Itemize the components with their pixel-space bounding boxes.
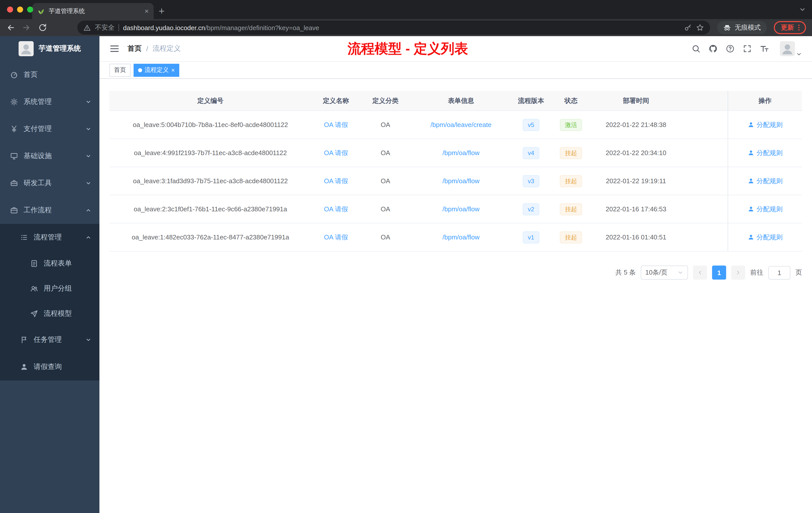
definition-id: oa_leave:4:991f2193-7b7f-11ec-a3c8-acde4… xyxy=(110,139,311,167)
browser-menu-dots-icon[interactable] xyxy=(795,24,803,32)
sidebar-item-label: 研发工具 xyxy=(24,179,52,188)
document-icon xyxy=(30,260,38,268)
list-icon xyxy=(20,233,28,241)
form-link[interactable]: /bpm/oa/flow xyxy=(442,233,479,241)
definition-table: 定义编号 定义名称 定义分类 表单信息 流程版本 状态 部署时间 操作 oa_l… xyxy=(110,91,802,251)
definition-name-link[interactable]: OA 请假 xyxy=(324,176,348,185)
tab-close-icon[interactable]: × xyxy=(145,7,149,14)
tab-search-chevron-icon[interactable] xyxy=(799,6,806,13)
sidebar-item-workflow[interactable]: 工作流程 xyxy=(0,197,99,224)
zoom-window-button[interactable] xyxy=(27,6,33,12)
font-size-icon[interactable] xyxy=(760,44,769,53)
github-icon[interactable] xyxy=(708,44,718,53)
sidebar-item-process-model[interactable]: 流程模型 xyxy=(0,301,99,326)
browser-update-button[interactable]: 更新 xyxy=(774,21,806,34)
user-icon xyxy=(748,234,754,240)
definition-name-link[interactable]: OA 请假 xyxy=(324,233,348,242)
breadcrumb-separator: / xyxy=(146,45,148,53)
password-key-icon[interactable] xyxy=(684,24,692,32)
deploy-time: 2022-01-16 17:46:53 xyxy=(591,195,680,223)
assign-rule-link[interactable]: 分配规则 xyxy=(748,148,783,157)
table-row: oa_leave:3:1fad3d93-7b75-11ec-a3c8-acde4… xyxy=(110,167,802,195)
goto-page-input[interactable] xyxy=(768,266,790,279)
question-icon[interactable] xyxy=(726,44,735,53)
minimize-window-button[interactable] xyxy=(17,6,23,12)
back-icon[interactable] xyxy=(6,23,15,32)
hamburger-icon[interactable] xyxy=(110,44,119,54)
form-link[interactable]: /bpm/oa/flow xyxy=(442,149,479,157)
goto-label: 前往 xyxy=(750,268,763,277)
security-label[interactable]: 不安全 xyxy=(95,23,115,32)
tag-home[interactable]: 首页 xyxy=(110,63,130,77)
pagination: 共 5 条 10条/页 1 前往 页 xyxy=(110,266,802,280)
sidebar-item-label: 请假查询 xyxy=(34,362,62,371)
form-link[interactable]: /bpm/oa/leave/create xyxy=(431,121,492,128)
sidebar-item-home[interactable]: 首页 xyxy=(0,61,99,88)
reload-icon[interactable] xyxy=(38,23,47,32)
fullscreen-icon[interactable] xyxy=(743,44,752,53)
page-number-button[interactable]: 1 xyxy=(712,266,726,280)
status-badge: 挂起 xyxy=(560,203,582,215)
chevron-left-icon xyxy=(697,270,703,276)
deploy-time: 2022-01-16 01:40:51 xyxy=(591,223,680,251)
sidebar-item-user-group[interactable]: 用户分组 xyxy=(0,276,99,301)
tag-label: 首页 xyxy=(114,66,126,74)
sidebar-item-process-form[interactable]: 流程表单 xyxy=(0,251,99,276)
assign-rule-link[interactable]: 分配规则 xyxy=(748,233,783,242)
col-header-category: 定义分类 xyxy=(360,91,410,111)
user-avatar[interactable] xyxy=(780,41,795,56)
sidebar-item-devtools[interactable]: 研发工具 xyxy=(0,170,99,197)
assign-rule-link[interactable]: 分配规则 xyxy=(748,176,783,185)
browser-tab[interactable]: 芋道管理系统 × xyxy=(32,3,154,19)
omnibox-divider xyxy=(118,24,119,31)
tag-close-icon[interactable]: × xyxy=(171,67,175,73)
status-badge: 挂起 xyxy=(560,231,582,243)
prev-page-button[interactable] xyxy=(693,266,707,280)
user-icon xyxy=(748,178,754,184)
chevron-down-icon xyxy=(677,270,684,276)
incognito-label: 无痕模式 xyxy=(735,23,761,32)
assign-rule-link[interactable]: 分配规则 xyxy=(748,205,783,214)
sidebar-logo[interactable]: 芋道管理系统 xyxy=(0,36,99,61)
monitor-icon xyxy=(10,152,18,160)
close-window-button[interactable] xyxy=(7,6,13,12)
status-badge: 挂起 xyxy=(560,175,582,187)
assign-rule-link[interactable]: 分配规则 xyxy=(748,120,783,129)
deploy-time: 2022-01-22 19:19:11 xyxy=(591,167,680,195)
tag-process-definition[interactable]: 流程定义 × xyxy=(134,63,179,77)
new-tab-button[interactable]: + xyxy=(159,6,165,16)
sidebar-item-system[interactable]: 系统管理 xyxy=(0,88,99,116)
chevron-down-icon xyxy=(85,337,91,343)
form-link[interactable]: /bpm/oa/flow xyxy=(442,177,479,185)
search-icon[interactable] xyxy=(692,44,700,53)
sidebar-item-label: 任务管理 xyxy=(34,335,62,344)
definition-id: oa_leave:3:1fad3d93-7b75-11ec-a3c8-acde4… xyxy=(110,167,311,195)
breadcrumb: 首页 / 流程定义 xyxy=(127,44,181,53)
form-link[interactable]: /bpm/oa/flow xyxy=(442,205,479,213)
briefcase-icon xyxy=(10,206,18,214)
col-header-name: 定义名称 xyxy=(311,91,360,111)
forward-icon[interactable] xyxy=(22,23,31,32)
breadcrumb-home-link[interactable]: 首页 xyxy=(127,44,142,53)
sidebar-item-infra[interactable]: 基础设施 xyxy=(0,143,99,170)
chevron-down-icon xyxy=(85,99,91,105)
url-omnibox[interactable]: 不安全 dashboard.yudao.iocoder.cn/bpm/manag… xyxy=(77,21,710,35)
pagination-total: 共 5 条 xyxy=(615,268,636,277)
page-content: 定义编号 定义名称 定义分类 表单信息 流程版本 状态 部署时间 操作 oa_l… xyxy=(99,79,812,513)
sidebar-item-label: 首页 xyxy=(24,70,38,79)
sidebar-item-leave-query[interactable]: 请假查询 xyxy=(0,353,99,381)
url-text: dashboard.yudao.iocoder.cn/bpm/manager/d… xyxy=(123,24,319,31)
next-page-button[interactable] xyxy=(731,266,745,280)
favicon-icon xyxy=(37,7,45,15)
definition-name-link[interactable]: OA 请假 xyxy=(324,205,348,214)
sidebar-item-process-mgmt[interactable]: 流程管理 xyxy=(0,224,99,251)
sidebar-item-task-mgmt[interactable]: 任务管理 xyxy=(0,326,99,353)
chevron-up-icon xyxy=(85,207,91,213)
sidebar-item-payment[interactable]: 支付管理 xyxy=(0,116,99,143)
bookmark-star-icon[interactable] xyxy=(696,24,704,32)
definition-name-link[interactable]: OA 请假 xyxy=(324,120,348,129)
page-size-select[interactable]: 10条/页 xyxy=(641,266,688,280)
sidebar-item-label: 流程模型 xyxy=(44,309,72,318)
definition-name-link[interactable]: OA 请假 xyxy=(324,148,348,157)
caret-down-icon xyxy=(796,51,802,57)
